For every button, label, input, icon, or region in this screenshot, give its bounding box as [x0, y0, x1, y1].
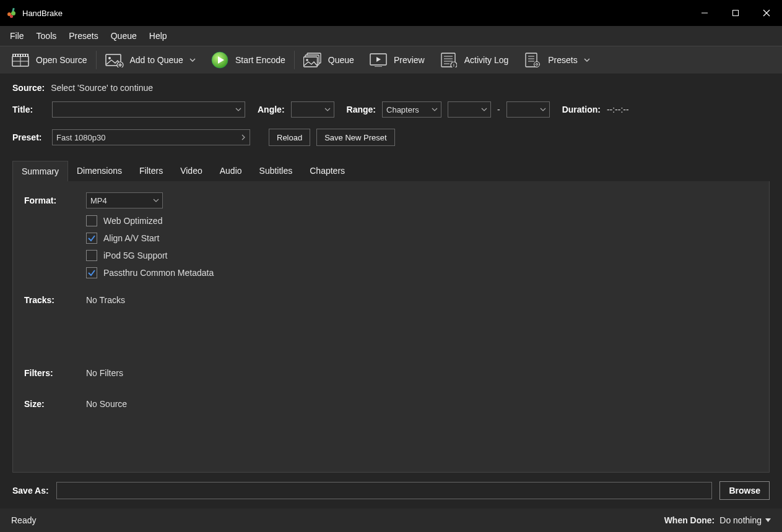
align-av-checkbox[interactable]: Align A/V Start	[86, 230, 758, 247]
tab-video[interactable]: Video	[172, 161, 211, 181]
menu-queue[interactable]: Queue	[105, 27, 143, 45]
status-bar: Ready When Done: Do nothing	[0, 508, 782, 532]
save-as-input[interactable]	[56, 482, 713, 499]
svg-point-15	[108, 57, 111, 59]
tab-summary[interactable]: Summary	[12, 161, 68, 181]
menu-tools[interactable]: Tools	[30, 27, 63, 45]
range-label: Range:	[347, 105, 376, 114]
toolbar-separator	[96, 51, 97, 69]
caret-down-icon	[765, 518, 771, 522]
web-optimized-checkbox[interactable]: Web Optimized	[86, 212, 758, 230]
browse-button[interactable]: Browse	[719, 481, 770, 500]
open-source-button[interactable]: Open Source	[4, 46, 95, 74]
add-to-queue-button[interactable]: Add to Queue	[98, 46, 203, 74]
main-area: Source: Select 'Source' to continue Titl…	[0, 74, 782, 473]
page-gear-icon	[523, 52, 542, 68]
svg-rect-23	[303, 57, 317, 67]
chevron-down-icon	[324, 106, 331, 113]
range-end-select[interactable]	[506, 101, 550, 118]
svg-marker-45	[765, 518, 771, 522]
source-label: Source:	[12, 83, 45, 93]
title-select[interactable]	[52, 101, 245, 118]
preset-select[interactable]: Fast 1080p30	[52, 129, 250, 145]
title-row: Title: Angle: Range: Chapters - Duration…	[12, 101, 770, 118]
log-icon: i	[440, 52, 458, 68]
filters-value: No Filters	[86, 368, 123, 378]
play-icon	[211, 52, 229, 68]
chevron-right-icon	[240, 134, 247, 141]
activity-log-button[interactable]: i Activity Log	[432, 46, 516, 74]
range-separator: -	[497, 105, 500, 114]
svg-rect-7	[16, 54, 17, 56]
svg-point-39	[534, 62, 540, 67]
maximize-icon	[732, 9, 739, 17]
passthru-meta-checkbox[interactable]: Passthru Common Metadata	[86, 264, 758, 281]
window-minimize-button[interactable]	[689, 3, 720, 23]
web-optimized-label: Web Optimized	[103, 216, 162, 226]
save-as-label: Save As:	[12, 486, 49, 496]
angle-label: Angle:	[258, 105, 285, 114]
preview-icon	[369, 52, 388, 68]
chevron-down-icon	[235, 106, 242, 113]
menu-presets[interactable]: Presets	[63, 27, 104, 45]
ipod-support-label: iPod 5G Support	[103, 251, 168, 260]
chevron-down-icon	[480, 106, 488, 113]
start-encode-button[interactable]: Start Encode	[203, 46, 293, 74]
queue-button[interactable]: Queue	[296, 46, 362, 74]
chevron-down-icon	[189, 58, 196, 62]
tabs: Summary Dimensions Filters Video Audio S…	[12, 161, 770, 181]
menu-file[interactable]: File	[4, 27, 30, 45]
tab-chapters[interactable]: Chapters	[301, 161, 354, 181]
angle-select[interactable]	[291, 101, 334, 118]
chevron-down-icon	[539, 106, 547, 113]
window-close-button[interactable]	[751, 3, 782, 23]
tab-subtitles[interactable]: Subtitles	[251, 161, 302, 181]
when-done-select[interactable]: Do nothing	[719, 515, 771, 525]
format-select[interactable]: MP4	[86, 192, 163, 208]
duration-value: --:--:--	[607, 105, 629, 114]
tab-audio[interactable]: Audio	[211, 161, 251, 181]
source-row: Source: Select 'Source' to continue	[12, 83, 770, 93]
save-as-row: Save As: Browse	[0, 473, 782, 508]
open-source-label: Open Source	[36, 55, 87, 65]
tracks-value: No Tracks	[86, 295, 125, 305]
menu-help[interactable]: Help	[143, 27, 173, 45]
range-start-select[interactable]	[448, 101, 491, 118]
ipod-support-checkbox[interactable]: iPod 5G Support	[86, 247, 758, 264]
svg-text:i: i	[453, 62, 454, 67]
format-options: Web Optimized Align A/V Start iPod 5G Su…	[86, 212, 758, 281]
app-icon	[6, 7, 17, 19]
checkbox-checked-icon	[86, 233, 97, 244]
size-label: Size:	[24, 399, 86, 409]
chevron-down-icon	[431, 106, 438, 113]
svg-rect-8	[19, 54, 20, 56]
when-done-label: When Done:	[664, 515, 715, 525]
tab-dimensions[interactable]: Dimensions	[68, 161, 131, 181]
start-encode-label: Start Encode	[235, 55, 285, 65]
tab-filters[interactable]: Filters	[131, 161, 172, 181]
when-done-value: Do nothing	[719, 515, 762, 525]
film-icon	[11, 52, 30, 68]
svg-marker-26	[376, 57, 381, 62]
duration-label: Duration:	[562, 105, 601, 114]
reload-preset-button[interactable]: Reload	[269, 129, 310, 146]
svg-rect-6	[14, 54, 15, 56]
range-type-select[interactable]: Chapters	[382, 101, 441, 118]
window-maximize-button[interactable]	[720, 3, 751, 23]
format-label: Format:	[24, 195, 86, 205]
summary-panel: Format: MP4 Web Optimized Align A/V Star…	[12, 181, 770, 473]
source-value: Select 'Source' to continue	[51, 83, 153, 93]
images-stack-icon	[303, 52, 322, 68]
close-icon	[763, 9, 770, 17]
save-new-preset-button[interactable]: Save New Preset	[316, 129, 394, 146]
presets-button[interactable]: Presets	[516, 46, 597, 74]
checkbox-icon	[86, 250, 97, 261]
presets-label: Presets	[548, 55, 577, 65]
activity-log-label: Activity Log	[464, 55, 509, 65]
app-title: HandBrake	[22, 9, 63, 18]
preset-label: Preset:	[12, 132, 46, 142]
align-av-label: Align A/V Start	[103, 233, 159, 243]
tracks-label: Tracks:	[24, 295, 86, 305]
checkbox-checked-icon	[86, 267, 97, 278]
preview-button[interactable]: Preview	[362, 46, 432, 74]
